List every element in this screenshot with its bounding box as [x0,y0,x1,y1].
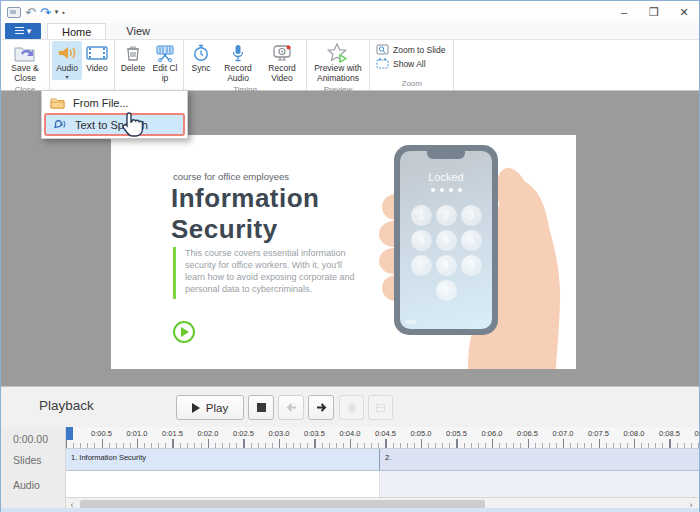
save-close-label: Save & Close [6,64,44,84]
quick-access-toolbar: ↶ ↷ ▾ ▪ [1,5,65,20]
ribbon-group-zoom: Zoom to Slide Show All Zoom [369,40,453,90]
record-video-label: Record Video [263,64,301,84]
play-label: Play [206,402,228,414]
audio-caret-icon: ▾ [65,74,68,80]
playhead[interactable] [66,427,73,440]
ribbon-group-timing: Sync Record Audio Record Video Timing [183,40,306,90]
edit-clip-icon [154,43,176,63]
ribbon-group-label-zoom: Zoom [372,78,451,90]
tab-view[interactable]: View [112,23,164,39]
audio-segment-2[interactable] [380,471,699,497]
stop-button[interactable] [248,395,274,420]
file-menu-caret-icon: ▾ [27,26,32,36]
tick-label: 0:03.5 [304,429,325,438]
zoom-to-slide-button[interactable]: Zoom to Slide [376,44,445,55]
tick-label: 0:04.5 [375,429,396,438]
stop-icon [257,403,266,412]
passcode-dot [431,188,435,192]
slide-kicker-text: course for office employees [173,171,289,182]
slides-track: 1. Information Security 2. [66,449,699,471]
undo-icon[interactable]: ↶ [25,5,36,20]
slide-block-2[interactable]: 2. [380,449,699,470]
timeline-body: 0:00.50:01.00:01.50:02.00:02.50:03.00:03… [66,427,699,512]
passcode-dot [449,188,453,192]
extra-controls [339,395,393,420]
window-controls: – ❒ ✕ [609,1,699,23]
playback-header: Playback Play [1,387,699,427]
video-label: Video [86,64,108,74]
record-dot-icon [348,404,356,412]
video-button[interactable]: Video [82,41,112,74]
playback-title: Playback [39,398,94,413]
slide-preview[interactable]: course for office employees Information … [111,135,576,369]
phone-home-bar [406,320,416,324]
tick-label: 0:02.0 [198,429,219,438]
slide-description-text: This course covers essential information… [173,247,363,299]
delete-button[interactable]: Delete [117,41,149,74]
menu-item-text-to-speech[interactable]: Text to Speech [44,113,185,136]
preview-animations-button[interactable]: Preview with Animations [309,41,367,84]
record-video-button[interactable]: Record Video [260,41,304,84]
minimize-button[interactable]: – [609,1,639,23]
current-time: 0:00.00 [13,433,48,445]
redo-caret-icon[interactable]: ▾ [55,8,59,16]
audio-label: Audio [56,64,78,74]
play-button[interactable]: Play [176,395,244,420]
audio-button[interactable]: Audio ▾ [52,41,82,80]
phone-lock-label: Locked [400,171,492,183]
timeline-ruler[interactable]: 0:00.50:01.00:01.50:02.00:02.50:03.00:03… [66,427,699,449]
edit-clip-button[interactable]: Edit Clip [149,41,181,84]
video-icon [85,43,109,63]
options-icon [376,404,385,412]
tick-label: 0:05.0 [411,429,432,438]
maximize-button[interactable]: ❒ [639,1,669,23]
ribbon-group-close: Save & Close Close [1,40,49,90]
audio-row-label: Audio [13,479,40,491]
audio-dropdown-menu: From File... Text to Speech [41,90,188,139]
tick-label: 0:08.5 [659,429,680,438]
redo-icon[interactable]: ↷ [40,5,51,20]
ruler-major-ticks [66,439,699,448]
record-audio-icon [231,43,245,63]
close-button[interactable]: ✕ [669,1,699,23]
menu-item-from-file[interactable]: From File... [44,93,185,113]
tick-label: 0:07.5 [588,429,609,438]
play-icon [192,403,200,413]
editor-canvas: course for office employees Information … [1,91,699,387]
keypad-key-2: 2 [436,205,457,226]
options-disabled-button[interactable] [368,395,393,420]
tick-label: 0:04.0 [340,429,361,438]
sync-button[interactable]: Sync [186,41,216,74]
app-window: ↶ ↷ ▾ ▪ – ❒ ✕ ▾ Home View Save & [0,0,700,512]
delete-label: Delete [120,64,146,74]
file-menu-icon [15,27,24,35]
audio-track[interactable] [66,471,699,498]
sync-icon [192,43,210,63]
tab-home[interactable]: Home [47,23,106,39]
save-close-button[interactable]: Save & Close [3,41,47,84]
arrow-right-icon [315,402,328,413]
ribbon-group-preview: Preview with Animations Preview [306,40,369,90]
record-audio-button[interactable]: Record Audio [216,41,260,84]
audio-segment-1[interactable] [66,471,380,497]
menu-item-from-file-label: From File... [73,97,129,109]
previous-slide-button[interactable] [278,395,304,420]
slide-block-1[interactable]: 1. Information Security [66,449,380,470]
keypad-key-1: 1 [411,205,432,226]
phone-illustration: Locked 1234567890 [356,135,576,369]
ribbon-group-media: Audio ▾ Video [49,40,114,90]
phone-keypad: 1234567890 [408,203,484,303]
zoom-to-slide-label: Zoom to Slide [393,45,445,55]
show-all-button[interactable]: Show All [376,58,445,69]
audio-icon [56,43,78,63]
transport-controls: Play [176,395,334,420]
next-slide-button[interactable] [308,395,334,420]
slide-play-button[interactable] [173,321,195,343]
file-menu-button[interactable]: ▾ [5,23,41,39]
ribbon: Save & Close Close Audio ▾ Video [1,40,699,91]
record-disabled-button[interactable] [339,395,364,420]
phone: Locked 1234567890 [394,145,498,335]
tick-label: 0:09.0 [695,429,700,438]
playback-panel: Playback Play 0:00.00 [1,386,699,512]
customize-toolbar-icon[interactable]: ▪ [62,9,64,16]
